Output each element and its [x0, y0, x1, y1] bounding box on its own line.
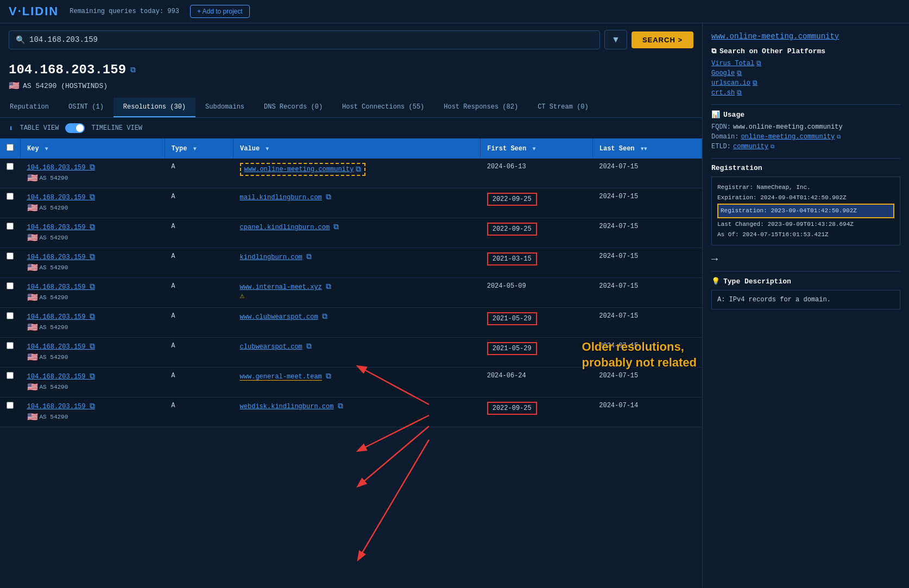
value-link[interactable]: www.general-meet.team — [240, 373, 322, 381]
col-last-seen[interactable]: Last Seen ▼▼ — [592, 138, 702, 159]
copy-icon[interactable]: ⧉ — [356, 165, 361, 174]
etld-link[interactable]: community — [733, 143, 768, 150]
col-key[interactable]: Key ▼ — [21, 138, 165, 159]
domain-link[interactable]: online-meeting.community — [741, 133, 835, 141]
as-value: AS 54290 — [40, 384, 68, 390]
virus-total-link[interactable]: Virus Total ⧉ — [711, 60, 900, 67]
copy-icon[interactable]: ⧉ — [322, 312, 327, 321]
as-value: AS 54290 — [40, 354, 68, 361]
key-link[interactable]: 104.168.203.159 ⧉ — [27, 402, 159, 410]
right-sidebar: www.online-meeting.community ⧉ Search on… — [703, 23, 909, 587]
value-link[interactable]: webdisk.kindlingburn.com — [240, 403, 334, 410]
value-link[interactable]: www.internal-meet.xyz — [240, 283, 322, 291]
sidebar-domain-link[interactable]: www.online-meeting.community — [711, 32, 900, 41]
row-type-cell: A — [165, 218, 233, 248]
row-checkbox[interactable] — [7, 282, 14, 289]
copy-icon[interactable]: ⧉ — [326, 193, 331, 201]
tab-reputation[interactable]: Reputation — [0, 98, 59, 117]
row-checkbox[interactable] — [7, 252, 14, 260]
row-checkbox[interactable] — [7, 342, 14, 349]
row-checkbox[interactable] — [7, 372, 14, 379]
tab-osint[interactable]: OSINT (1) — [59, 98, 113, 117]
copy-icon[interactable]: ⧉ — [326, 372, 331, 381]
col-checkbox — [0, 138, 21, 159]
value-link[interactable]: www.clubwearspot.com — [240, 313, 318, 321]
value-link[interactable]: cpanel.kindlingburn.com — [240, 224, 330, 231]
copy-icon[interactable]: ⧉ — [90, 372, 95, 381]
flag-icon: 🇺🇸 — [27, 232, 38, 243]
row-checkbox[interactable] — [7, 193, 14, 200]
flag-icon: 🇺🇸 — [27, 262, 38, 273]
value-link[interactable]: kindlingburn.com — [240, 254, 302, 261]
key-link[interactable]: 104.168.203.159 ⧉ — [27, 163, 159, 172]
search-input[interactable] — [29, 35, 593, 44]
crtsh-link[interactable]: crt.sh ⧉ — [711, 89, 900, 97]
copy-icon[interactable]: ⧉ — [306, 252, 312, 261]
ip-title: 104.168.203.159 — [9, 62, 126, 77]
row-checkbox-cell — [0, 248, 21, 278]
filter-button[interactable]: ▼ — [604, 30, 627, 49]
registration-section: Registration Registrar: NameCheap, Inc. … — [711, 164, 900, 245]
copy-icon[interactable]: ⧉ — [90, 282, 95, 291]
row-checkbox[interactable] — [7, 402, 14, 409]
search-button[interactable]: SEARCH > — [632, 31, 693, 48]
key-link[interactable]: 104.168.203.159 ⧉ — [27, 372, 159, 381]
col-type[interactable]: Type ▼ — [165, 138, 233, 159]
row-type-cell: A — [165, 368, 233, 397]
type-description-box: A: IPv4 records for a domain. — [711, 290, 900, 309]
svg-line-3 — [358, 440, 429, 559]
copy-icon[interactable]: ⧉ — [333, 223, 339, 231]
search-input-wrapper: 🔍 — [9, 30, 600, 49]
tab-ct-stream[interactable]: CT Stream (0) — [528, 98, 598, 117]
copy-icon[interactable]: ⧉ — [306, 342, 312, 351]
domain-copy[interactable]: ⧉ — [837, 134, 841, 140]
value-link[interactable]: www.online-meeting.community — [244, 166, 354, 173]
copy-icon[interactable]: ⧉ — [90, 193, 95, 201]
download-icon[interactable]: ⬇ — [9, 124, 13, 133]
select-all-checkbox[interactable] — [7, 144, 14, 151]
urlscan-link[interactable]: urlscan.io ⧉ — [711, 79, 900, 87]
tab-host-connections[interactable]: Host Connections (55) — [332, 98, 434, 117]
logo-text: ·LIDIN — [18, 4, 59, 18]
logo-v: V — [9, 4, 18, 18]
domain-row: Domain: online-meeting.community ⧉ — [711, 133, 900, 141]
row-type-cell: A — [165, 248, 233, 278]
copy-icon[interactable]: ⧉ — [90, 342, 95, 351]
key-link[interactable]: 104.168.203.159 ⧉ — [27, 252, 159, 261]
table-row: 104.168.203.159 ⧉ 🇺🇸AS 54290 A webdisk.k… — [0, 397, 702, 427]
col-first-seen[interactable]: First Seen ▼ — [481, 138, 593, 159]
ip-copy-icon[interactable]: ⧉ — [130, 66, 136, 74]
copy-icon[interactable]: ⧉ — [90, 312, 95, 321]
copy-icon[interactable]: ⧉ — [90, 402, 95, 410]
copy-icon[interactable]: ⧉ — [326, 282, 331, 291]
tab-host-responses[interactable]: Host Responses (82) — [434, 98, 528, 117]
table-row: 104.168.203.159 ⧉ 🇺🇸AS 54290 A kindlingb… — [0, 248, 702, 278]
copy-icon[interactable]: ⧉ — [90, 223, 95, 231]
key-link[interactable]: 104.168.203.159 ⧉ — [27, 223, 159, 231]
value-link[interactable]: clubwearspot.com — [240, 343, 302, 351]
first-seen-cell: 2024-05-09 — [481, 278, 593, 308]
copy-icon[interactable]: ⧉ — [338, 402, 343, 410]
filter-icon: ▼ — [611, 35, 620, 44]
col-value[interactable]: Value ▼ — [233, 138, 481, 159]
row-checkbox[interactable] — [7, 312, 14, 319]
tab-dns-records[interactable]: DNS Records (0) — [254, 98, 332, 117]
key-link[interactable]: 104.168.203.159 ⧉ — [27, 342, 159, 351]
tab-resolutions[interactable]: Resolutions (30) — [113, 98, 195, 117]
copy-icon[interactable]: ⧉ — [90, 163, 95, 172]
table-row: 104.168.203.159 ⧉ 🇺🇸AS 54290 A www.clubw… — [0, 308, 702, 338]
google-link[interactable]: Google ⧉ — [711, 69, 900, 77]
key-link[interactable]: 104.168.203.159 ⧉ — [27, 282, 159, 291]
view-toggle[interactable] — [65, 123, 85, 133]
key-link[interactable]: 104.168.203.159 ⧉ — [27, 193, 159, 201]
add-project-button[interactable]: + Add to project — [190, 5, 250, 18]
copy-icon[interactable]: ⧉ — [90, 252, 95, 261]
tab-subdomains[interactable]: Subdomains — [195, 98, 254, 117]
value-link[interactable]: mail.kindlingburn.com — [240, 194, 322, 201]
key-link[interactable]: 104.168.203.159 ⧉ — [27, 312, 159, 321]
row-checkbox[interactable] — [7, 223, 14, 230]
row-key-cell: 104.168.203.159 ⧉ 🇺🇸AS 54290 — [21, 308, 165, 338]
row-checkbox-cell — [0, 368, 21, 397]
row-checkbox[interactable] — [7, 163, 14, 170]
etld-copy[interactable]: ⧉ — [771, 144, 774, 150]
